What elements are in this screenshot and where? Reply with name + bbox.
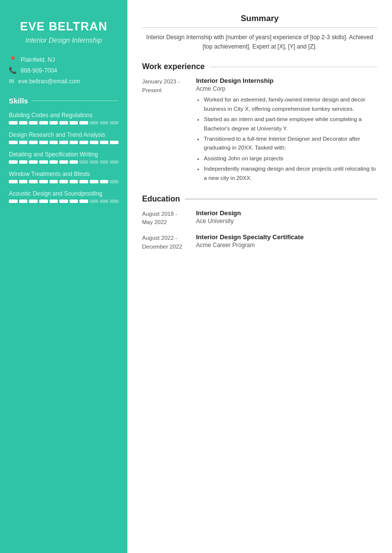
skill-segment-filled — [49, 121, 58, 125]
email-icon: ✉ — [9, 77, 14, 85]
work-entry-bullets: Worked for an esteemed, family-owned int… — [196, 95, 377, 182]
skill-segment-filled — [70, 121, 78, 125]
work-entry-date: January 2023 -Present — [142, 77, 196, 184]
location-text: Plainfield, NJ — [21, 56, 55, 63]
edu-entry-content: Interior Design Specialty CertificateAcm… — [196, 233, 304, 251]
skill-bar — [9, 160, 119, 164]
skill-segment-filled — [79, 121, 88, 125]
work-experience-divider — [210, 67, 377, 68]
main-content: Summary Interior Design Internship with … — [127, 0, 392, 553]
work-entry-bullet: Started as an intern and part-time emplo… — [204, 115, 377, 133]
skill-segment-filled — [79, 180, 88, 183]
education-divider — [185, 199, 377, 200]
contact-location: 📍 Plainfield, NJ — [9, 56, 119, 63]
skill-segment-empty — [110, 121, 119, 125]
education-header: Education — [142, 195, 377, 203]
sidebar: EVE BELTRAN Interior Design Internship 📍… — [0, 0, 127, 553]
skill-label: Acoustic Design and Soundproofing — [9, 190, 119, 197]
skill-segment-filled — [9, 141, 18, 144]
skill-segment-filled — [59, 141, 68, 144]
skill-segment-filled — [49, 180, 58, 183]
skill-segment-filled — [39, 160, 48, 164]
skill-segment-filled — [70, 160, 78, 164]
skill-label: Window Treatments and Blinds — [9, 171, 119, 177]
skill-segment-empty — [100, 121, 109, 125]
work-entry: January 2023 -PresentInterior Design Int… — [142, 77, 377, 184]
skill-segment-filled — [9, 160, 18, 164]
skill-segment-filled — [59, 160, 68, 164]
skill-segment-filled — [39, 121, 48, 125]
skill-segment-filled — [19, 121, 28, 125]
work-entry-content: Interior Design InternshipAcme CorpWorke… — [196, 77, 377, 184]
skill-bar — [9, 180, 119, 183]
work-entry-bullet: Transitioned to a full-time Interior Des… — [204, 134, 377, 152]
skill-segment-filled — [19, 141, 28, 144]
skill-segment-filled — [90, 141, 98, 144]
skill-segment-filled — [59, 200, 68, 203]
summary-text: Interior Design Internship with [number … — [142, 33, 377, 51]
email-text: eve.beltran@email.com — [18, 78, 80, 85]
skill-segment-filled — [39, 180, 48, 183]
skill-segment-filled — [29, 141, 38, 144]
education-section: Education August 2018 -May 2022Interior … — [142, 195, 377, 251]
skill-segment-filled — [79, 200, 88, 203]
skill-item: Detailing and Specification Writing — [9, 151, 119, 164]
education-title: Education — [142, 195, 180, 203]
skill-label: Building Codes and Regulations — [9, 112, 119, 119]
skill-segment-empty — [110, 180, 119, 183]
skill-segment-filled — [110, 141, 119, 144]
work-experience-section: Work experience January 2023 -PresentInt… — [142, 62, 377, 184]
skill-segment-empty — [90, 160, 98, 164]
skill-segment-empty — [90, 200, 98, 203]
skill-segment-filled — [19, 180, 28, 183]
skill-segment-filled — [49, 200, 58, 203]
skill-segment-empty — [100, 160, 109, 164]
summary-title: Summary — [142, 14, 377, 24]
location-icon: 📍 — [9, 56, 17, 63]
contact-section: 📍 Plainfield, NJ 📞 868-909-7004 ✉ eve.be… — [9, 56, 119, 85]
contact-email: ✉ eve.beltran@email.com — [9, 77, 119, 85]
work-entry-title: Interior Design Internship — [196, 77, 377, 84]
work-entry-bullet: Worked for an esteemed, family-owned int… — [204, 95, 377, 113]
work-experience-header: Work experience — [142, 62, 377, 71]
skill-segment-filled — [59, 121, 68, 125]
skill-segment-filled — [49, 160, 58, 164]
summary-divider — [142, 27, 377, 28]
skill-item: Window Treatments and Blinds — [9, 171, 119, 183]
edu-entry-date: August 2018 -May 2022 — [142, 209, 196, 227]
skill-segment-empty — [100, 200, 109, 203]
skill-label: Design Research and Trend Analysis — [9, 131, 119, 138]
skill-segment-filled — [9, 121, 18, 125]
skill-segment-filled — [70, 180, 78, 183]
candidate-name: EVE BELTRAN — [9, 20, 119, 33]
skill-segment-empty — [79, 160, 88, 164]
skill-segment-filled — [90, 180, 98, 183]
skill-segment-filled — [9, 200, 18, 203]
skill-segment-filled — [19, 200, 28, 203]
edu-entry-school: Acme Career Program — [196, 242, 304, 249]
summary-section: Summary Interior Design Internship with … — [142, 14, 377, 51]
edu-entry-content: Interior DesignAce University — [196, 209, 241, 227]
phone-icon: 📞 — [9, 67, 17, 74]
edu-entry-degree: Interior Design — [196, 209, 241, 217]
skill-segment-filled — [29, 160, 38, 164]
edu-entry-school: Ace University — [196, 218, 241, 225]
work-entries: January 2023 -PresentInterior Design Int… — [142, 77, 377, 184]
skill-segment-filled — [9, 180, 18, 183]
skill-segment-filled — [19, 160, 28, 164]
skill-segment-filled — [29, 200, 38, 203]
candidate-title: Interior Design Internship — [9, 36, 119, 44]
work-entry-bullet: Independently managing design and decor … — [204, 164, 377, 182]
phone-text: 868-909-7004 — [21, 67, 57, 74]
skill-segment-empty — [110, 160, 119, 164]
edu-entry: August 2018 -May 2022Interior DesignAce … — [142, 209, 377, 227]
skill-segment-filled — [29, 121, 38, 125]
skill-segment-filled — [59, 180, 68, 183]
skill-label: Detailing and Specification Writing — [9, 151, 119, 158]
work-entry-bullet: Assisting John on large projects — [204, 154, 377, 163]
skills-list: Building Codes and RegulationsDesign Res… — [9, 112, 119, 203]
skill-item: Building Codes and Regulations — [9, 112, 119, 125]
skill-item: Acoustic Design and Soundproofing — [9, 190, 119, 203]
skill-segment-filled — [49, 141, 58, 144]
skill-segment-filled — [70, 141, 78, 144]
